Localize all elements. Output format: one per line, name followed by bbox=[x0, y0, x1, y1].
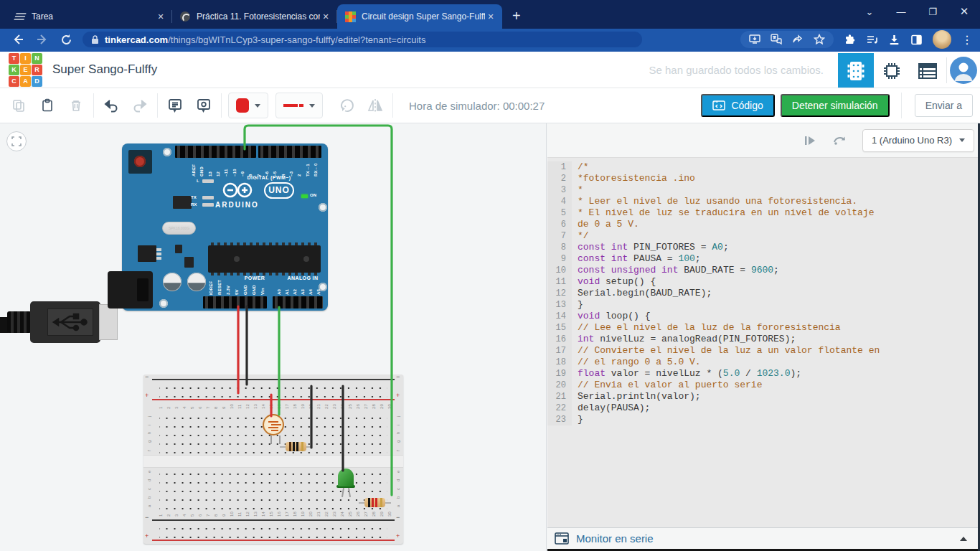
code-line: 14void loop() { bbox=[547, 311, 980, 322]
forward-icon[interactable] bbox=[36, 33, 49, 46]
minimize-icon[interactable]: — bbox=[885, 6, 917, 17]
reading-list-icon[interactable] bbox=[866, 34, 878, 46]
line-number: 13 bbox=[547, 299, 572, 311]
share-icon[interactable] bbox=[792, 34, 804, 45]
mirror-button[interactable] bbox=[361, 93, 390, 118]
account-avatar[interactable] bbox=[950, 57, 977, 84]
rotate-button[interactable] bbox=[332, 93, 361, 118]
circuit-canvas[interactable]: DIGITAL (PWM~) ARDUINO UNO ON SPK16.000G… bbox=[0, 123, 547, 551]
logo-cell: D bbox=[32, 76, 42, 87]
delete-button[interactable] bbox=[62, 93, 90, 118]
tab-close-icon[interactable]: ✕ bbox=[155, 12, 166, 22]
code-panel: 1 (Arduino Uno R3) 1/*2*fotoresistencia … bbox=[547, 123, 980, 551]
schematic-icon bbox=[882, 61, 902, 81]
code-line: 3* bbox=[547, 184, 980, 196]
serial-monitor-label: Monitor en serie bbox=[576, 532, 654, 545]
component-list-view-button[interactable] bbox=[910, 53, 946, 89]
code-line: 20// Envia el valor al puerto serie bbox=[547, 380, 980, 391]
bookmark-star-icon[interactable] bbox=[814, 34, 825, 45]
line-number: 4 bbox=[547, 196, 572, 207]
wire-pin9-to-led-resistor[interactable] bbox=[245, 126, 392, 495]
logo-cell: C bbox=[9, 76, 19, 87]
annotation-button[interactable] bbox=[189, 93, 218, 118]
paste-button[interactable] bbox=[33, 93, 62, 118]
line-content: void setup() { bbox=[572, 276, 656, 288]
code-button[interactable]: Código bbox=[701, 94, 774, 117]
tab-close-icon[interactable]: ✕ bbox=[320, 12, 331, 22]
code-panel-header: 1 (Arduino Uno R3) bbox=[547, 123, 980, 158]
maximize-icon[interactable]: ❐ bbox=[917, 6, 948, 17]
line-number: 5 bbox=[547, 207, 572, 219]
component-color-dropdown[interactable] bbox=[228, 93, 268, 118]
schematic-view-button[interactable] bbox=[874, 53, 910, 89]
stop-simulation-button[interactable]: Detener simulación bbox=[781, 94, 890, 117]
code-line: 13} bbox=[547, 299, 980, 311]
url-text: tinkercad.com/things/bgWITnLCyp3-super-s… bbox=[105, 34, 425, 45]
lock-icon[interactable] bbox=[91, 35, 99, 44]
menu-kebab-icon[interactable]: ⋮ bbox=[961, 33, 973, 47]
code-line: 11void setup() { bbox=[547, 276, 980, 288]
code-editor[interactable]: 1/*2*fotoresistencia .ino3*4* Leer el ni… bbox=[547, 159, 980, 527]
line-content: const int PAUSA = 100; bbox=[572, 253, 701, 265]
side-panel-icon[interactable] bbox=[910, 34, 923, 46]
notes-button[interactable] bbox=[161, 93, 189, 118]
board-selector-dropdown[interactable]: 1 (Arduino Uno R3) bbox=[862, 129, 974, 152]
redo-button[interactable] bbox=[126, 93, 154, 118]
line-number: 15 bbox=[547, 322, 572, 334]
tab-search-icon[interactable]: ⌄ bbox=[854, 6, 885, 17]
browser-tab-bar: Tarea✕Práctica 11. Fotoresistencias con✕… bbox=[0, 0, 980, 29]
school-logo-icon bbox=[14, 11, 26, 22]
code-line: 4* Leer el nivel de luz usando una fotor… bbox=[547, 196, 980, 207]
browser-tab-2[interactable]: Práctica 11. Fotoresistencias con✕ bbox=[172, 4, 337, 29]
address-bar[interactable]: tinkercad.com/things/bgWITnLCyp3-super-s… bbox=[83, 32, 642, 47]
debug-step-icon[interactable] bbox=[804, 134, 816, 147]
logo-cell: K bbox=[9, 65, 19, 75]
copy-button[interactable] bbox=[4, 93, 33, 118]
line-number: 9 bbox=[547, 253, 572, 265]
line-number: 10 bbox=[547, 265, 572, 276]
design-title[interactable]: Super Sango-Fulffy bbox=[52, 62, 157, 77]
tab-close-icon[interactable]: ✕ bbox=[485, 12, 496, 22]
close-icon[interactable]: ✕ bbox=[948, 5, 980, 18]
send-to-button[interactable]: Enviar a bbox=[915, 94, 973, 117]
tab-title: Práctica 11. Fotoresistencias con bbox=[197, 11, 320, 22]
wire-swatch bbox=[283, 104, 303, 107]
new-tab-button[interactable]: + bbox=[512, 9, 521, 23]
line-number: 1 bbox=[547, 161, 572, 173]
logo-cell: E bbox=[20, 65, 31, 75]
line-number: 14 bbox=[547, 311, 572, 322]
code-line: 12Serial.begin(BAUD_RATE); bbox=[547, 288, 980, 299]
browser-tab-1[interactable]: Tarea✕ bbox=[7, 4, 172, 29]
tinkercad-header: TINKERCAD Super Sango-Fulffy Se han guar… bbox=[0, 50, 980, 88]
browser-tab-3[interactable]: Circuit design Super Sango-Fulff✕ bbox=[337, 4, 502, 29]
line-content: // el rango 0 a 5.0 V. bbox=[572, 357, 701, 368]
upload-rotate-icon[interactable] bbox=[832, 134, 847, 147]
serial-monitor-bar[interactable]: Monitor en serie bbox=[547, 527, 980, 549]
save-page-icon[interactable] bbox=[749, 34, 760, 45]
line-number: 3 bbox=[547, 184, 572, 196]
wire-style-dropdown[interactable] bbox=[275, 93, 323, 118]
code-line: 9const int PAUSA = 100; bbox=[547, 253, 980, 265]
line-content: * bbox=[572, 184, 583, 196]
reload-icon[interactable] bbox=[60, 34, 72, 46]
back-icon[interactable] bbox=[11, 33, 24, 46]
expand-monitor-icon[interactable] bbox=[960, 537, 967, 541]
code-line: 17// Convierte el nivel de la luz a un v… bbox=[547, 345, 980, 357]
board-selector-label: 1 (Arduino Uno R3) bbox=[872, 135, 952, 146]
profile-avatar[interactable] bbox=[933, 30, 951, 49]
line-content: // Envia el valor al puerto serie bbox=[572, 380, 762, 391]
breadboard-view-button[interactable] bbox=[838, 53, 874, 89]
logo-cell: N bbox=[32, 53, 42, 64]
code-line: 22delay(PAUSA); bbox=[547, 402, 980, 414]
send-button-label: Enviar a bbox=[925, 100, 962, 111]
tinkercad-logo[interactable]: TINKERCAD bbox=[9, 53, 42, 87]
list-icon bbox=[918, 62, 938, 80]
extensions-icon[interactable] bbox=[844, 34, 856, 46]
line-content: * El nivel de luz se traducira en un niv… bbox=[572, 207, 874, 219]
line-number: 22 bbox=[547, 402, 572, 414]
logo-cell: A bbox=[20, 76, 31, 87]
undo-button[interactable] bbox=[97, 93, 126, 118]
downloads-icon[interactable] bbox=[888, 34, 900, 46]
translate-icon[interactable] bbox=[771, 34, 782, 45]
line-content: de 0 a 5 V. bbox=[572, 219, 639, 230]
